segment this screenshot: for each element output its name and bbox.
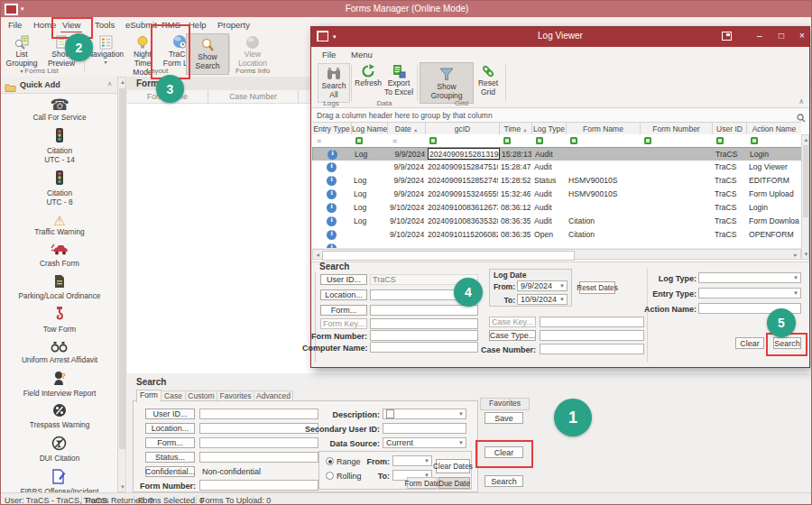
form-number-input[interactable] (199, 480, 318, 491)
dialog-location-button[interactable]: Location... (320, 289, 367, 300)
col-date[interactable]: Date ▲ (388, 123, 426, 135)
filter-equals-icon[interactable]: = (317, 134, 321, 147)
collapse-ribbon-icon[interactable]: ∧ (798, 97, 804, 106)
dialog-computer-name-input[interactable] (370, 342, 478, 353)
show-grouping-button[interactable]: Show Grouping (420, 62, 474, 104)
minimize-icon[interactable]: – (757, 31, 762, 41)
grid-hscrollbar[interactable]: ▲ ▲ (312, 249, 801, 260)
log-type-combo[interactable]: ▼ (698, 272, 801, 283)
form-button[interactable]: Form... (145, 437, 195, 448)
status-input[interactable] (199, 452, 318, 463)
scroll-left-icon[interactable]: ▲ (315, 252, 320, 258)
scroll-right-icon[interactable]: ▲ (793, 252, 798, 258)
sidebar-item-uniform-arrest[interactable]: Uniform Arrest Affidavit (22, 340, 97, 365)
sidebar-item-trespass-warning[interactable]: Trespass Warning (30, 403, 90, 430)
log-row[interactable]: 9/9/2024 202409091528475108009TraCS15:28… (312, 161, 801, 175)
search-all-button[interactable]: Search All (318, 63, 350, 103)
autofilter-icon[interactable] (751, 137, 758, 144)
scroll-down-icon[interactable]: ▼ (804, 252, 809, 257)
sidebar-scrollbar[interactable]: ▲ ▼ (117, 77, 126, 492)
autofilter-icon[interactable] (570, 137, 577, 144)
autofilter-icon[interactable] (716, 137, 724, 144)
log-row[interactable]: 9/10/2024 202409101152060827009TraCS08:3… (312, 228, 801, 243)
col-log-type[interactable]: Log Type (532, 123, 567, 135)
grid-vscrollbar[interactable]: ▲ ▼ (801, 134, 809, 260)
case-type-input[interactable] (540, 330, 644, 341)
form-input[interactable] (199, 437, 318, 448)
log-row[interactable]: Log9/9/2024 202409091532465598009TraCS15… (312, 188, 801, 202)
view-location-button[interactable]: View Location (232, 34, 273, 69)
dialog-form-key-button[interactable]: Form Key... (320, 318, 367, 329)
range-radio[interactable] (326, 457, 334, 465)
log-date-to-combo[interactable]: 10/9/2024▼ (517, 294, 567, 305)
sidebar-item-tow-form[interactable]: Tow Form (43, 307, 76, 335)
dialog-form-key-input[interactable] (370, 318, 478, 329)
tab-favorites[interactable]: Favorites (217, 390, 254, 402)
tab-custom[interactable]: Custom (185, 390, 217, 402)
dialog-clear-button[interactable]: Clear (735, 337, 764, 349)
tab-file[interactable]: File (8, 20, 22, 30)
vscroll-thumb[interactable] (803, 145, 808, 217)
tab-case[interactable]: Case (161, 390, 186, 402)
hscroll-thumb[interactable] (322, 251, 575, 261)
case-key-input[interactable] (540, 317, 644, 327)
rolling-radio[interactable] (326, 472, 334, 480)
scroll-up-icon[interactable]: ▲ (120, 79, 125, 85)
grid-filter-row[interactable]: = = (312, 134, 801, 148)
column-case-number[interactable]: Case Number (208, 90, 299, 103)
col-entry-type[interactable]: Entry Type (312, 123, 352, 135)
search-button[interactable]: Search (484, 475, 523, 487)
dialog-form-number-input[interactable] (370, 330, 478, 341)
dialog-tab-file[interactable]: File (322, 50, 336, 60)
tab-advanced[interactable]: Advanced (254, 390, 293, 402)
tab-property[interactable]: Property (217, 20, 250, 30)
save-button[interactable]: Save (484, 412, 523, 424)
data-source-combo[interactable]: Current▼ (383, 437, 466, 448)
secondary-user-id-input[interactable] (383, 423, 466, 434)
log-row[interactable]: Log9/10/2024 202409100836353282009TraCS0… (312, 215, 801, 229)
autofilter-icon[interactable] (536, 137, 543, 144)
quick-add-header[interactable]: Quick Add ∧ (1, 77, 127, 94)
status-button[interactable]: Status... (145, 452, 195, 463)
log-date-from-combo[interactable]: 9/9/2024▼ (517, 280, 567, 291)
scroll-down-icon[interactable]: ▼ (120, 484, 125, 490)
dialog-user-id-button[interactable]: User ID... (320, 274, 367, 285)
autofilter-icon[interactable] (355, 137, 363, 144)
autofilter-icon[interactable] (429, 137, 437, 144)
sidebar-item-citation-utc8[interactable]: Citation UTC - 8 (46, 170, 72, 207)
description-combo[interactable]: ▼ (383, 409, 466, 419)
case-type-button[interactable]: Case Type... (489, 330, 536, 341)
log-row-partial[interactable] (312, 242, 801, 249)
sidebar-item-field-interview[interactable]: ? Field Interview Report (23, 371, 97, 399)
col-time[interactable]: Time ▲ (500, 123, 532, 135)
col-action-name[interactable]: Action Name (747, 123, 801, 135)
col-form-name[interactable]: Form Name (567, 123, 641, 135)
autofilter-icon[interactable] (644, 137, 651, 144)
location-button[interactable]: Location... (145, 423, 195, 434)
collapse-chevron-icon[interactable]: ∧ (107, 80, 112, 87)
filter-equals-icon[interactable]: = (392, 134, 397, 147)
sidebar-item-traffic-warning[interactable]: ⚠ Traffic Warning (34, 213, 84, 237)
reset-grid-button[interactable]: Reset Grid (474, 63, 503, 97)
dialog-form-button[interactable]: Form... (320, 305, 367, 316)
due-date-button[interactable]: Due Date (438, 477, 470, 489)
selected-cell[interactable]: 202409091528131908009TraCS (428, 148, 500, 160)
tab-tools[interactable]: Tools (95, 20, 115, 30)
log-row[interactable]: Log9/9/2024 202409091528527459009TraCS15… (312, 174, 801, 188)
sidebar-item-call-for-service[interactable]: ☎ Call For Service (32, 96, 86, 123)
scroll-up-icon[interactable]: ▲ (804, 137, 809, 142)
col-form-number[interactable]: Form Number (641, 123, 713, 135)
user-id-input[interactable] (199, 409, 318, 419)
sidebar-item-dui-citation[interactable]: DUI Citation (40, 436, 80, 464)
autofilter-icon[interactable] (503, 137, 511, 144)
col-gcid[interactable]: gcID (426, 123, 500, 135)
maximize-icon[interactable]: □ (779, 31, 784, 41)
tab-form[interactable]: Form (136, 390, 161, 402)
navigation-button[interactable]: Navigation ▾ (88, 34, 124, 66)
refresh-button[interactable]: Refresh (354, 63, 383, 88)
sidebar-item-parking-ordinance[interactable]: Parking/Local Ordinance (19, 274, 101, 301)
reset-dates-button[interactable]: Reset Dates (579, 281, 615, 294)
scrollbar-thumb[interactable] (119, 88, 125, 449)
export-to-excel-button[interactable]: Export To Excel (383, 63, 414, 97)
col-log-name[interactable]: Log Name (352, 123, 388, 135)
